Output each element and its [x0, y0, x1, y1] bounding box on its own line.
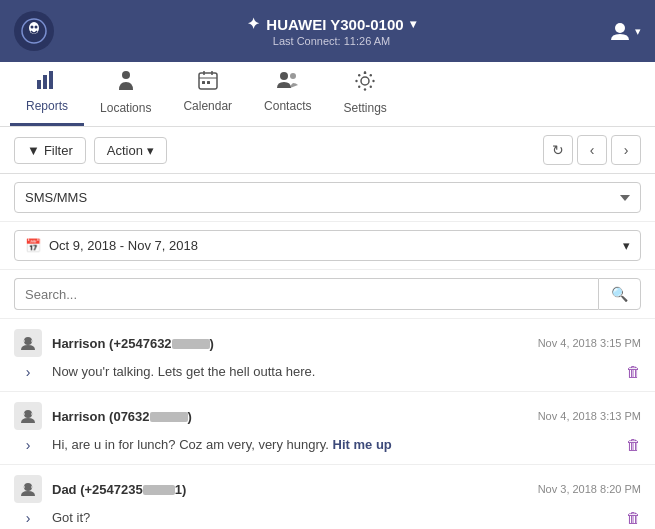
svg-point-28 — [31, 340, 33, 342]
next-button[interactable]: › — [611, 135, 641, 165]
svg-point-29 — [24, 410, 32, 418]
contact-avatar-icon-3 — [19, 480, 37, 498]
category-select[interactable]: SMS/MMS — [14, 182, 641, 213]
message-text-3: Got it? — [52, 509, 616, 527]
contact-name-1: Harrison (+2547632) — [52, 336, 528, 351]
svg-point-33 — [23, 486, 25, 488]
filter-label: Filter — [44, 143, 73, 158]
contact-name-2: Harrison (07632) — [52, 409, 528, 424]
svg-point-31 — [31, 413, 33, 415]
phone-blur-1 — [172, 339, 210, 349]
header: ✦ HUAWEI Y300-0100 ▾ Last Connect: 11:26… — [0, 0, 655, 62]
phone-blur-3 — [143, 485, 175, 495]
delete-button-2[interactable]: 🗑 — [626, 436, 641, 453]
svg-point-24 — [358, 86, 360, 88]
svg-rect-5 — [37, 80, 41, 89]
message-time-1: Nov 4, 2018 3:15 PM — [538, 337, 641, 349]
svg-point-20 — [355, 80, 357, 82]
nav-item-reports[interactable]: Reports — [10, 62, 84, 126]
user-dropdown-arrow[interactable]: ▾ — [635, 25, 641, 38]
svg-point-17 — [361, 77, 369, 85]
category-filter-row: SMS/MMS — [0, 174, 655, 222]
device-dropdown-arrow[interactable]: ▾ — [410, 17, 416, 31]
svg-point-8 — [122, 71, 130, 79]
search-icon: 🔍 — [611, 286, 628, 302]
filter-icon: ▼ — [27, 143, 40, 158]
search-input[interactable] — [14, 278, 598, 310]
svg-point-19 — [364, 88, 366, 90]
calendar-picker-icon: 📅 — [25, 238, 41, 253]
contacts-svg-icon — [276, 70, 300, 90]
prev-button[interactable]: ‹ — [577, 135, 607, 165]
contact-icon-2 — [14, 402, 42, 430]
message-header-3: Dad (+25472351) Nov 3, 2018 8:20 PM — [0, 465, 655, 507]
svg-point-15 — [280, 72, 288, 80]
user-menu[interactable]: ▾ — [609, 20, 641, 42]
settings-label: Settings — [343, 101, 386, 115]
action-label: Action ▾ — [107, 143, 154, 158]
action-button[interactable]: Action ▾ — [94, 137, 167, 164]
contacts-icon — [276, 70, 300, 95]
reports-label: Reports — [26, 99, 68, 113]
search-row: 🔍 — [0, 270, 655, 319]
nav-item-calendar[interactable]: Calendar — [167, 62, 248, 126]
logo-icon — [21, 18, 47, 44]
contact-avatar-icon-2 — [19, 407, 37, 425]
contact-name-3: Dad (+25472351) — [52, 482, 528, 497]
svg-rect-13 — [202, 81, 205, 84]
message-time-3: Nov 3, 2018 8:20 PM — [538, 483, 641, 495]
locations-label: Locations — [100, 101, 151, 115]
filter-button[interactable]: ▼ Filter — [14, 137, 86, 164]
last-connect: Last Connect: 11:26 AM — [54, 35, 609, 47]
message-body-1: › Now you'r talking. Lets get the hell o… — [0, 361, 655, 391]
svg-point-27 — [23, 340, 25, 342]
svg-point-1 — [29, 22, 39, 34]
message-group-2: Harrison (07632) Nov 4, 2018 3:13 PM › H… — [0, 392, 655, 465]
nav-item-contacts[interactable]: Contacts — [248, 62, 327, 126]
toolbar: ▼ Filter Action ▾ ↻ ‹ › — [0, 127, 655, 174]
delete-button-3[interactable]: 🗑 — [626, 509, 641, 526]
message-header-1: Harrison (+2547632) Nov 4, 2018 3:15 PM — [0, 319, 655, 361]
next-icon: › — [624, 142, 629, 158]
person-icon — [116, 70, 136, 92]
message-direction-icon-3: › — [14, 510, 42, 526]
header-center: ✦ HUAWEI Y300-0100 ▾ Last Connect: 11:26… — [54, 15, 609, 47]
contact-icon-3 — [14, 475, 42, 503]
locations-icon — [116, 70, 136, 97]
nav-item-settings[interactable]: Settings — [327, 62, 402, 126]
date-picker[interactable]: 📅 Oct 9, 2018 - Nov 7, 2018 ▾ — [14, 230, 641, 261]
navigation: Reports Locations Calendar — [0, 62, 655, 127]
svg-point-22 — [358, 74, 360, 76]
refresh-button[interactable]: ↻ — [543, 135, 573, 165]
calendar-label: Calendar — [183, 99, 232, 113]
contacts-label: Contacts — [264, 99, 311, 113]
svg-point-34 — [31, 486, 33, 488]
messages-list: Harrison (+2547632) Nov 4, 2018 3:15 PM … — [0, 319, 655, 529]
nav-item-locations[interactable]: Locations — [84, 62, 167, 126]
device-info[interactable]: ✦ HUAWEI Y300-0100 ▾ — [54, 15, 609, 33]
app-logo — [14, 11, 54, 51]
gear-icon — [354, 70, 376, 92]
device-name: HUAWEI Y300-0100 — [266, 16, 403, 33]
svg-point-18 — [364, 71, 366, 73]
svg-point-25 — [370, 86, 372, 88]
message-body-3: › Got it? 🗑 — [0, 507, 655, 529]
svg-point-32 — [24, 483, 32, 491]
calendar-svg-icon — [198, 70, 218, 90]
message-group-1: Harrison (+2547632) Nov 4, 2018 3:15 PM … — [0, 319, 655, 392]
message-direction-icon-1: › — [14, 364, 42, 380]
prev-icon: ‹ — [590, 142, 595, 158]
reports-icon — [36, 70, 58, 95]
phone-blur-2 — [150, 412, 188, 422]
date-range-row: 📅 Oct 9, 2018 - Nov 7, 2018 ▾ — [0, 222, 655, 270]
calendar-icon — [198, 70, 218, 95]
svg-point-2 — [31, 26, 34, 29]
user-icon — [609, 20, 631, 42]
search-button[interactable]: 🔍 — [598, 278, 641, 310]
svg-point-26 — [24, 337, 32, 345]
settings-icon — [354, 70, 376, 97]
date-dropdown-arrow: ▾ — [623, 238, 630, 253]
refresh-icon: ↻ — [552, 142, 564, 158]
message-body-2: › Hi, are u in for lunch? Coz am very, v… — [0, 434, 655, 464]
delete-button-1[interactable]: 🗑 — [626, 363, 641, 380]
